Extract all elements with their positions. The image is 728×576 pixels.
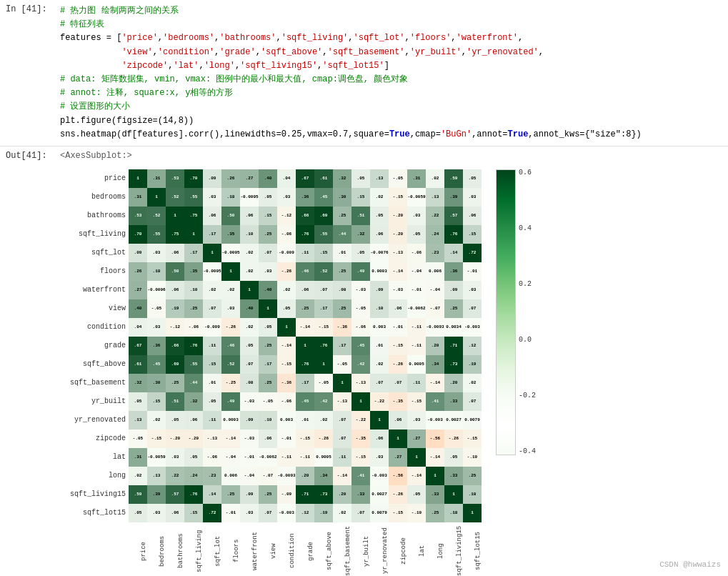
- heatmap-cell: .02: [314, 411, 333, 429]
- heatmap-cell: .15: [259, 207, 277, 225]
- heatmap-cell: .05: [407, 225, 426, 244]
- heatmap-cell: -.05: [259, 392, 277, 411]
- heatmap-cell: .11: [203, 411, 221, 429]
- heatmap-cell: .02: [147, 411, 166, 429]
- heatmap-cell: 0.0027: [444, 411, 463, 429]
- col-label: yr_built: [351, 525, 370, 575]
- heatmap-cell: .72: [463, 244, 482, 262]
- heatmap-cell: .07: [351, 504, 370, 522]
- row-label: sqft_living15: [64, 490, 129, 498]
- col-label: sqft_living15: [444, 525, 463, 575]
- heatmap-cell: -.26: [389, 485, 407, 504]
- heatmap-cell: 1: [184, 225, 203, 244]
- heatmap-cell: -0.009: [277, 244, 296, 262]
- heatmap-cell: .30: [147, 374, 166, 392]
- heatmap-cell: -.11: [277, 448, 296, 467]
- row-label: sqft_lot: [64, 249, 129, 257]
- heatmap-cell: 1: [129, 169, 147, 188]
- heatmap-cell: .25: [221, 485, 240, 504]
- heatmap-cell: -.09: [277, 485, 296, 504]
- heatmap-row: sqft_lot.09.03.06.171-0.0005.02.07-0.009…: [64, 244, 482, 262]
- heatmap-cell: .15: [147, 392, 166, 411]
- heatmap-cell: .17: [296, 374, 314, 392]
- heatmap-row: sqft_living15.59.39.57.76.14.25.09.25-.0…: [64, 485, 482, 504]
- heatmap-cell: .03: [370, 448, 389, 467]
- heatmap-cell: .25: [259, 485, 277, 504]
- heatmap-cell: -0.0093: [426, 318, 444, 337]
- heatmap-cell: .35: [184, 262, 203, 281]
- heatmap-cell: .40: [259, 281, 277, 299]
- heatmap-cell: .06: [389, 299, 407, 318]
- heatmap-cell: -.26: [444, 429, 463, 448]
- colorbar-tick-container: 0.60.40.20.0-0.2-0.4: [516, 169, 539, 455]
- heatmap-cell: -.26: [221, 318, 240, 337]
- heatmap-cell: 0.0005: [314, 448, 333, 467]
- heatmap-cell: .02: [203, 281, 221, 299]
- heatmap-cell: -.15: [389, 337, 407, 355]
- heatmap-cell: .22: [166, 467, 184, 485]
- heatmap-cell: .03: [147, 318, 166, 337]
- heatmap-cell: -0.009: [203, 318, 221, 337]
- heatmap-cell: .26: [221, 169, 240, 188]
- heatmap-cell: .15: [203, 355, 221, 374]
- col-label: price: [129, 525, 147, 575]
- heatmap-cell: .02: [370, 355, 389, 374]
- heatmap-cell: .18: [147, 262, 166, 281]
- colorbar-bar: [496, 169, 516, 455]
- heatmap-cell: -0.003: [426, 411, 444, 429]
- col-label: bedrooms: [147, 525, 166, 575]
- col-label: sqft_lot15: [463, 525, 482, 575]
- heatmap-cell: -.05: [129, 429, 147, 448]
- heatmap-cell: .03: [147, 504, 166, 522]
- col-label: yr_renovated: [370, 525, 389, 575]
- heatmap-cell: -.03: [389, 281, 407, 299]
- heatmap-cell: .06: [370, 429, 389, 448]
- heatmap-cell: -.07: [426, 299, 444, 318]
- heatmap-cell: .44: [333, 225, 351, 244]
- row-label: condition: [64, 323, 129, 331]
- heatmap-cell: .25: [259, 225, 277, 244]
- heatmap-cell: .76: [296, 225, 314, 244]
- heatmap-cell: .05: [370, 207, 389, 225]
- heatmap-cell: .03: [166, 448, 184, 467]
- heatmap-cell: .20: [426, 337, 444, 355]
- row-label: floors: [64, 267, 129, 275]
- heatmap-cell: .30: [333, 188, 351, 207]
- heatmap-cell: .03: [463, 281, 482, 299]
- col-label: waterfront: [240, 525, 259, 575]
- heatmap-cell: .10: [370, 299, 389, 318]
- heatmap-cell: .15: [314, 244, 333, 262]
- heatmap-cell: -.14: [389, 262, 407, 281]
- heatmap-cell: .11: [203, 337, 221, 355]
- heatmap-cell: .22: [426, 207, 444, 225]
- heatmap-cell: .45: [351, 337, 370, 355]
- row-label: yr_renovated: [64, 416, 129, 424]
- heatmap-cell: .52: [166, 188, 184, 207]
- heatmap-cell: -.15: [147, 429, 166, 448]
- heatmap-cell: .12: [296, 504, 314, 522]
- heatmap-cell: .61: [129, 355, 147, 374]
- heatmap-cell: .05: [277, 299, 296, 318]
- heatmap-cell: 1: [203, 244, 221, 262]
- heatmap-cell: .67: [129, 337, 147, 355]
- col-label: zipcode: [389, 525, 407, 575]
- heatmap-cell: -.36: [333, 318, 351, 337]
- heatmap-cell: -.15: [463, 429, 482, 448]
- heatmap-cell: .55: [184, 188, 203, 207]
- heatmap-cell: -.26: [277, 262, 296, 281]
- heatmap-cell: -.56: [426, 429, 444, 448]
- col-label: lat: [407, 525, 426, 575]
- heatmap-cell: .18: [221, 188, 240, 207]
- heatmap-row: lat.31-0.0059.03.05-.06-.04-.01-0.0062-.…: [64, 448, 482, 467]
- heatmap-cell: .06: [296, 281, 314, 299]
- heatmap-cell: .08: [240, 374, 259, 392]
- heatmap-cell: .12: [463, 337, 482, 355]
- heatmap-cell: .06: [166, 281, 184, 299]
- heatmap-cell: .31: [129, 188, 147, 207]
- heatmap-cell: .70: [129, 225, 147, 244]
- col-label: grade: [296, 525, 314, 575]
- heatmap-cell: -.14: [426, 448, 444, 467]
- heatmap-cell: .19: [166, 299, 184, 318]
- heatmap-cell: .76: [314, 337, 333, 355]
- heatmap-cell: .03: [407, 411, 426, 429]
